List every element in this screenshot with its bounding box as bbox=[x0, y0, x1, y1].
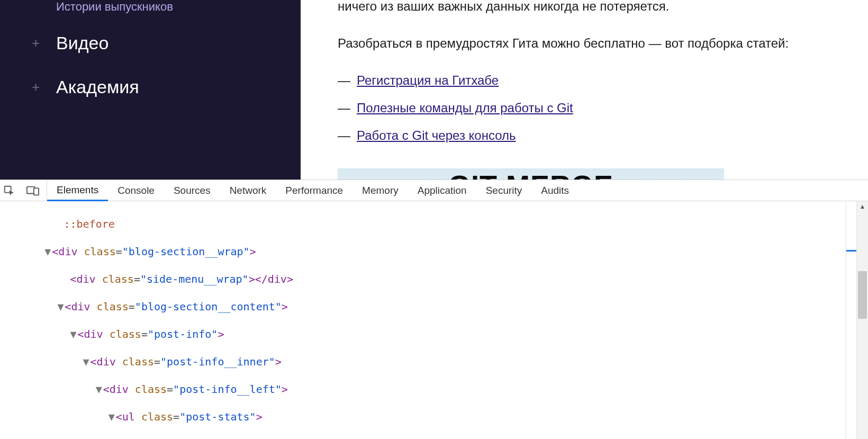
devtools-tabs: Elements Console Sources Network Perform… bbox=[0, 180, 868, 201]
devtools-body: ::before ▼<div class="blog-section__wrap… bbox=[0, 201, 868, 439]
scroll-up-icon[interactable]: ▲ bbox=[857, 201, 868, 212]
tab-audits[interactable]: Audits bbox=[531, 180, 578, 201]
expand-arrow-icon[interactable]: ▼ bbox=[70, 327, 77, 341]
article-paragraph: Разобраться в премудростях Гита можно бе… bbox=[338, 34, 847, 53]
article-link-list: — Регистрация на Гитхабе — Полезные кома… bbox=[338, 71, 847, 145]
sidebar-item-graduate-stories[interactable]: Истории выпускников bbox=[32, 0, 301, 21]
article-link-github-registration[interactable]: Регистрация на Гитхабе bbox=[357, 71, 499, 90]
pseudo-before: ::before bbox=[64, 218, 114, 230]
dom-node[interactable]: <div class="side-menu__wrap"></div> bbox=[0, 272, 868, 286]
expand-arrow-icon[interactable]: ▼ bbox=[57, 300, 65, 313]
plus-icon: + bbox=[32, 79, 56, 95]
expand-arrow-icon[interactable]: ▼ bbox=[83, 355, 91, 369]
minimap-mark bbox=[846, 250, 856, 252]
svg-rect-2 bbox=[34, 188, 39, 195]
dom-node[interactable]: ▼<div class="post-info__left"> bbox=[0, 382, 868, 396]
list-item: — Работа с Git через консоль bbox=[338, 126, 847, 145]
tab-application[interactable]: Application bbox=[408, 180, 476, 201]
dash-icon: — bbox=[338, 71, 357, 90]
sidebar: Истории выпускников + Видео + Академия bbox=[0, 0, 301, 180]
sidebar-item-video[interactable]: + Видео bbox=[32, 21, 301, 65]
devtools-panel: Elements Console Sources Network Perform… bbox=[0, 180, 868, 439]
dash-icon: — bbox=[338, 126, 357, 145]
tab-console[interactable]: Console bbox=[108, 180, 164, 201]
article-content: ничего из ваших важных данных никогда не… bbox=[301, 0, 868, 180]
sidebar-item-label: Видео bbox=[56, 33, 108, 53]
dom-node[interactable]: ▼<ul class="post-stats"> bbox=[0, 410, 868, 424]
dom-tree[interactable]: ::before ▼<div class="blog-section__wrap… bbox=[0, 201, 868, 439]
tab-memory[interactable]: Memory bbox=[352, 180, 408, 201]
plus-icon: + bbox=[32, 35, 56, 51]
dom-node[interactable]: ::before bbox=[0, 217, 868, 231]
expand-arrow-icon[interactable]: ▼ bbox=[96, 382, 103, 396]
expand-arrow-icon[interactable]: ▼ bbox=[44, 245, 52, 258]
list-item: — Регистрация на Гитхабе bbox=[338, 71, 847, 90]
dom-node[interactable]: ▼<div class="blog-section__wrap"> bbox=[0, 245, 868, 258]
device-toolbar-icon[interactable] bbox=[26, 185, 39, 196]
tab-network[interactable]: Network bbox=[220, 180, 276, 201]
devtools-icon-area bbox=[0, 180, 47, 201]
article-paragraph: ничего из ваших важных данных никогда не… bbox=[338, 0, 847, 16]
vertical-scrollbar[interactable]: ▲ bbox=[856, 201, 868, 439]
inspect-element-icon[interactable] bbox=[3, 185, 15, 196]
expand-arrow-icon[interactable]: ▼ bbox=[108, 410, 116, 424]
scroll-thumb[interactable] bbox=[858, 271, 867, 319]
dom-node[interactable]: ▼<div class="post-info__inner"> bbox=[0, 355, 868, 369]
tab-security[interactable]: Security bbox=[476, 180, 532, 201]
tab-performance[interactable]: Performance bbox=[276, 180, 352, 201]
sidebar-item-academy[interactable]: + Академия bbox=[32, 65, 301, 109]
tab-elements[interactable]: Elements bbox=[47, 181, 108, 201]
sidebar-item-label: Академия bbox=[56, 77, 139, 97]
tab-sources[interactable]: Sources bbox=[164, 180, 220, 201]
minimap-gutter bbox=[846, 201, 856, 439]
dash-icon: — bbox=[338, 98, 357, 118]
dom-node[interactable]: ▼<div class="blog-section__content"> bbox=[0, 300, 868, 313]
page-top: Истории выпускников + Видео + Академия н… bbox=[0, 0, 868, 180]
article-link-git-console[interactable]: Работа с Git через консоль bbox=[357, 126, 516, 145]
list-item: — Полезные команды для работы с Git bbox=[338, 98, 847, 118]
dom-node[interactable]: ▼<div class="post-info"> bbox=[0, 327, 868, 341]
article-link-git-commands[interactable]: Полезные команды для работы с Git bbox=[357, 98, 573, 118]
